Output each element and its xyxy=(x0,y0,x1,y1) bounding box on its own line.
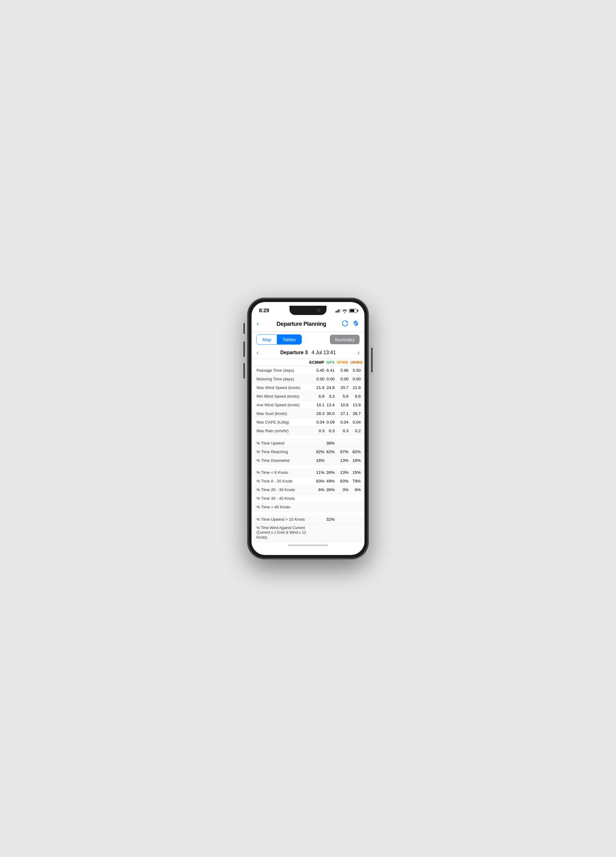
departure-info: Departure 3 4 Jul 13:41 xyxy=(280,350,336,356)
back-button[interactable]: ‹ xyxy=(257,319,261,328)
row-gfs: 32% xyxy=(326,515,336,524)
row-gfs xyxy=(326,456,336,465)
section-separator xyxy=(252,512,364,515)
row-label: % Time Upwind xyxy=(252,439,309,448)
row-ecmwf xyxy=(309,503,326,512)
row-gfs xyxy=(326,523,336,542)
battery-icon xyxy=(349,309,357,313)
power-button xyxy=(371,348,373,372)
volume-up-button xyxy=(243,342,245,357)
section-separator xyxy=(252,435,364,439)
row-ecmwf xyxy=(309,515,326,524)
page-title: Departure Planning xyxy=(277,321,326,327)
data-table-container: ECMWF GFS SPIRE UKMO Passage Time (days)… xyxy=(252,359,364,542)
table-row: Max Wind Speed (knots)21.624.820.721.8 xyxy=(252,384,364,392)
table-row: % Time 20 - 30 Knots6%26%3%6% xyxy=(252,486,364,494)
row-ecmwf xyxy=(309,439,326,448)
settings-button[interactable] xyxy=(353,320,359,328)
row-label: % Time 20 - 30 Knots xyxy=(252,486,309,494)
row-spire: 5.96 xyxy=(336,366,350,375)
row-label: % Time 30 - 40 Knots xyxy=(252,494,309,503)
tab-map[interactable]: Map xyxy=(257,335,277,344)
row-ukmo xyxy=(350,494,364,503)
table-row: % Time > 40 Knots xyxy=(252,503,364,512)
row-label: Min Wind Speed (knots) xyxy=(252,392,309,401)
row-ecmwf: 14.1 xyxy=(309,401,326,409)
departure-next-button[interactable]: › xyxy=(358,349,359,356)
col-header-gfs: GFS xyxy=(326,359,336,366)
row-ukmo: 28.7 xyxy=(350,409,364,418)
departure-prev-button[interactable]: ‹ xyxy=(257,349,258,356)
row-ukmo: 6.6 xyxy=(350,392,364,401)
row-spire xyxy=(336,439,350,448)
row-ecmwf: 6% xyxy=(309,486,326,494)
row-ecmwf: 5.45 xyxy=(309,366,326,375)
section-separator xyxy=(252,465,364,468)
row-gfs: 26% xyxy=(326,486,336,494)
row-ukmo: 79% xyxy=(350,477,364,486)
refresh-button[interactable] xyxy=(342,320,348,328)
row-gfs: 38% xyxy=(326,439,336,448)
row-label: Max Wind Speed (knots) xyxy=(252,384,309,392)
navigation-bar: ‹ Departure Planning xyxy=(252,317,364,332)
row-label: % Time < 8 Knots xyxy=(252,468,309,477)
row-gfs: 62% xyxy=(326,447,336,456)
row-gfs: 0.09 xyxy=(326,418,336,427)
row-label: % Time Reaching xyxy=(252,447,309,456)
row-ukmo xyxy=(350,515,364,524)
status-time: 8:29 xyxy=(259,308,269,314)
row-spire: 0.00 xyxy=(336,375,350,384)
row-label: Max CAPE (kJ/kg) xyxy=(252,418,309,427)
row-ukmo: 82% xyxy=(350,447,364,456)
row-gfs xyxy=(326,503,336,512)
row-ukmo: 0.04 xyxy=(350,418,364,427)
row-ecmwf: 0.04 xyxy=(309,418,326,427)
row-spire: 87% xyxy=(336,447,350,456)
row-ecmwf: 6.8 xyxy=(309,392,326,401)
table-header-row: ECMWF GFS SPIRE UKMO xyxy=(252,359,364,366)
row-label: % Time Upwind > 15 Knots xyxy=(252,515,309,524)
row-gfs: 49% xyxy=(326,477,336,486)
table-row: % Time Upwind > 15 Knots32% xyxy=(252,515,364,524)
row-gfs xyxy=(326,494,336,503)
row-label: Max Rain (mm/hr) xyxy=(252,427,309,435)
phone-frame: 8:29 ‹ Departure Plan xyxy=(248,298,368,559)
row-ukmo: 6% xyxy=(350,486,364,494)
table-row: % Time Downwind18%13%18% xyxy=(252,456,364,465)
wifi-icon xyxy=(342,309,347,312)
departure-header: ‹ Departure 3 4 Jul 13:41 › xyxy=(252,347,364,359)
row-ecmwf: 82% xyxy=(309,447,326,456)
row-label: Ave Wind Speed (knots) xyxy=(252,401,309,409)
front-camera xyxy=(317,308,320,312)
row-label: Motoring Time (days) xyxy=(252,375,309,384)
col-header-ukmo: UKMO xyxy=(350,359,364,366)
row-ukmo: 0.00 xyxy=(350,375,364,384)
row-ukmo: 15% xyxy=(350,468,364,477)
summary-button[interactable]: Summary xyxy=(330,335,359,344)
row-gfs: 6.41 xyxy=(326,366,336,375)
row-spire: 27.1 xyxy=(336,409,350,418)
row-label: % Time Wind Against Current(Current ≥ 1 … xyxy=(252,523,309,542)
row-spire xyxy=(336,494,350,503)
row-ukmo: 18% xyxy=(350,456,364,465)
notch xyxy=(289,306,327,315)
table-row: % Time Wind Against Current(Current ≥ 1 … xyxy=(252,523,364,542)
departure-title: Departure 3 xyxy=(280,350,308,355)
tab-tables[interactable]: Tables xyxy=(277,335,301,344)
row-spire xyxy=(336,515,350,524)
row-ecmwf: 83% xyxy=(309,477,326,486)
row-label: % Time 8 - 20 Knots xyxy=(252,477,309,486)
col-header-label xyxy=(252,359,309,366)
phone-screen: 8:29 ‹ Departure Plan xyxy=(252,302,364,555)
row-gfs: 0.3 xyxy=(326,427,336,435)
nav-actions xyxy=(342,320,359,328)
signal-icon xyxy=(336,309,341,312)
row-gfs: 24.8 xyxy=(326,384,336,392)
row-ecmwf: 21.6 xyxy=(309,384,326,392)
row-gfs: 30.0 xyxy=(326,409,336,418)
col-header-ecmwf: ECMWF xyxy=(309,359,326,366)
row-ukmo: 0.2 xyxy=(350,427,364,435)
table-row: Min Wind Speed (knots)6.83.35.66.6 xyxy=(252,392,364,401)
table-row: % Time Upwind38% xyxy=(252,439,364,448)
row-spire: 10.8 xyxy=(336,401,350,409)
